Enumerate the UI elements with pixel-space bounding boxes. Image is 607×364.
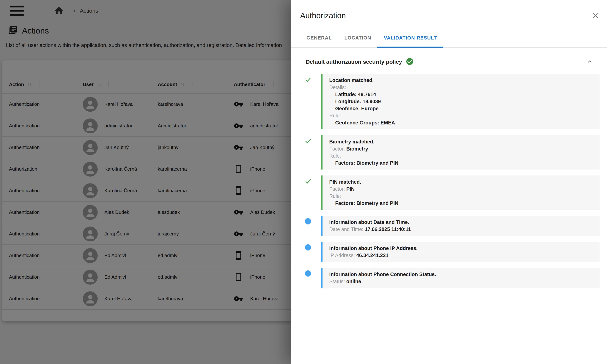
result-card: Information about Date and Time. Date an…	[321, 216, 600, 236]
divider	[300, 295, 600, 295]
policy-title: Default authorization security policy	[306, 58, 402, 65]
result-line: Geofence Groups: EMEA	[329, 119, 593, 126]
result-line: Rule:	[329, 193, 593, 200]
result-status	[291, 135, 321, 169]
result-card: Information about Phone IP Address. IP A…	[321, 242, 600, 262]
info-icon	[304, 244, 312, 251]
result-line: Rule:	[329, 112, 593, 119]
result-line: Factors: Biometry and PIN	[329, 200, 593, 207]
result-line: Status: online	[329, 278, 593, 285]
result-line: Factor: Biometry	[329, 145, 593, 152]
result-line: Date and Time: 17.06.2025 11:40:11	[329, 226, 593, 233]
validation-result-panel: Default authorization security policy	[291, 48, 607, 364]
result-line: Location matched.	[329, 77, 593, 84]
result-card: Biometry matched. Factor: Biometry Rule:…	[321, 135, 600, 169]
check-icon	[304, 177, 312, 185]
tab[interactable]: LOCATION	[338, 26, 378, 47]
result-card: Information about Phone Connection Statu…	[321, 268, 600, 288]
validation-result-item: Information about Phone IP Address. IP A…	[291, 242, 600, 262]
result-line: IP Address: 46.34.241.221	[329, 252, 593, 259]
drawer-title: Authorization	[300, 11, 591, 20]
result-line: Information about Phone IP Address.	[329, 245, 593, 252]
validation-result-item: Information about Date and Time. Date an…	[291, 216, 600, 236]
check-circle-icon	[406, 57, 414, 65]
result-line: PIN matched.	[329, 179, 593, 185]
result-line: Biometry matched.	[329, 138, 593, 145]
tab-label: VALIDATION RESULT	[384, 35, 437, 41]
result-status	[291, 268, 321, 288]
result-line: Details:	[329, 84, 593, 91]
result-line: Factors: Biometry and PIN	[329, 159, 593, 167]
authorization-drawer: Authorization GENERAL LOCATION VALIDATIO…	[291, 0, 607, 364]
result-card: PIN matched. Factor: PIN Rule: Factors: …	[321, 175, 600, 210]
tab[interactable]: VALIDATION RESULT	[378, 26, 443, 47]
validation-result-item: Biometry matched. Factor: Biometry Rule:…	[291, 135, 600, 169]
result-status	[291, 175, 321, 210]
result-line: Information about Date and Time.	[329, 219, 593, 226]
result-line: Geofence: Europe	[329, 105, 593, 112]
validation-result-item: Location matched. Details: Latitude: 48.…	[291, 74, 600, 129]
result-status	[291, 216, 321, 236]
check-icon	[304, 137, 312, 145]
close-icon[interactable]	[591, 11, 600, 20]
result-line: Latitude: 48.7614	[329, 91, 593, 98]
result-line: Rule:	[329, 152, 593, 159]
result-status	[291, 242, 321, 262]
chevron-up-icon[interactable]	[586, 58, 594, 65]
result-status	[291, 74, 321, 129]
tab-label: GENERAL	[307, 35, 332, 41]
result-line: Longitude: 18.9039	[329, 98, 593, 105]
screen: / Actions Actions List of all user actio…	[0, 0, 607, 364]
result-line: Factor: PIN	[329, 185, 593, 193]
tab[interactable]: GENERAL	[300, 26, 338, 47]
validation-result-item: Information about Phone Connection Statu…	[291, 268, 600, 288]
drawer-tabs: GENERAL LOCATION VALIDATION RESULT	[291, 26, 607, 48]
drawer-header: Authorization	[291, 0, 607, 26]
policy-header: Default authorization security policy	[306, 57, 594, 65]
info-icon	[304, 270, 312, 277]
tab-label: LOCATION	[345, 35, 371, 41]
check-icon	[304, 76, 312, 83]
result-card: Location matched. Details: Latitude: 48.…	[321, 74, 600, 129]
result-line: Information about Phone Connection Statu…	[329, 271, 593, 278]
info-icon	[304, 218, 312, 225]
validation-result-item: PIN matched. Factor: PIN Rule: Factors: …	[291, 175, 600, 210]
